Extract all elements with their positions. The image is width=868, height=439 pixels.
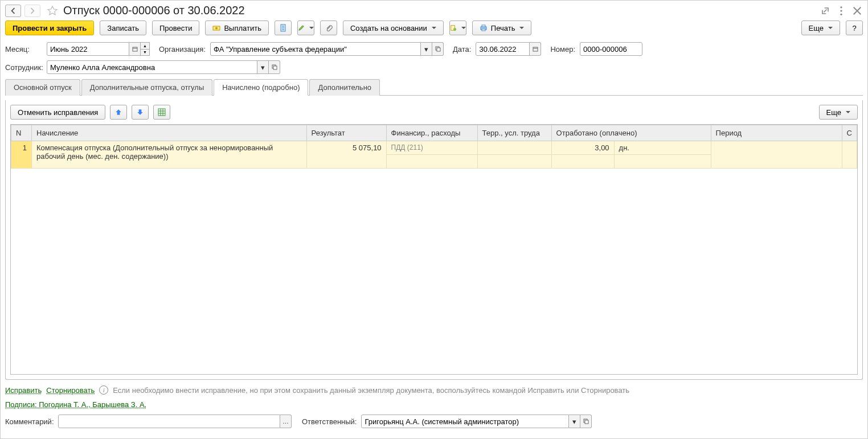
- fix-link[interactable]: Исправить: [5, 386, 42, 395]
- col-terr[interactable]: Терр., усл. труда: [477, 125, 551, 141]
- tab-additional-vacation[interactable]: Дополнительные отпуска, отгулы: [81, 79, 213, 96]
- cell-financing: ПДД (211): [386, 141, 477, 155]
- number-label: Номер:: [550, 45, 575, 54]
- stamp-icon-button[interactable]: [449, 20, 466, 35]
- cell-s: [842, 141, 857, 169]
- svg-point-2: [840, 13, 842, 15]
- arrow-up-icon: [114, 108, 122, 116]
- arrow-down-icon: [136, 108, 144, 116]
- cancel-corrections-button[interactable]: Отменить исправления: [10, 105, 105, 120]
- document-icon: [279, 24, 287, 32]
- back-button[interactable]: [5, 5, 21, 17]
- help-button[interactable]: ?: [846, 20, 863, 35]
- post-button[interactable]: Провести: [152, 20, 200, 35]
- pay-button[interactable]: Выплатить: [205, 20, 269, 35]
- tab-main-vacation[interactable]: Основной отпуск: [5, 79, 80, 96]
- svg-point-4: [215, 27, 218, 30]
- tab-additional[interactable]: Дополнительно: [309, 79, 380, 96]
- svg-rect-11: [133, 47, 137, 51]
- employee-input[interactable]: [47, 60, 257, 74]
- cell-result: 5 075,10: [306, 141, 386, 169]
- svg-rect-19: [585, 420, 588, 424]
- paperclip-icon: [325, 24, 333, 32]
- svg-rect-10: [482, 29, 485, 31]
- svg-rect-14: [533, 47, 538, 51]
- cell-terr-2: [477, 155, 551, 169]
- pencil-icon: [298, 24, 305, 32]
- star-icon[interactable]: [46, 5, 59, 17]
- correction-hint: Если необходимо внести исправление, но п…: [113, 386, 629, 395]
- document-icon-button[interactable]: [275, 20, 292, 35]
- svg-point-7: [453, 28, 456, 31]
- comment-label: Комментарий:: [5, 417, 54, 426]
- accruals-table[interactable]: N Начисление Результат Финансир., расход…: [11, 125, 857, 169]
- open-icon[interactable]: [580, 415, 592, 428]
- calendar-icon[interactable]: [129, 42, 141, 56]
- col-worked[interactable]: Отработано (оплачено): [551, 125, 711, 141]
- tab-accrued-detail[interactable]: Начислено (подробно): [214, 79, 308, 96]
- responsible-label: Ответственный:: [302, 417, 357, 426]
- columns-button[interactable]: [153, 105, 170, 120]
- close-icon[interactable]: [851, 5, 863, 17]
- cell-unit: дн.: [614, 141, 711, 155]
- page-title: Отпуск 0000-000006 от 30.06.2022: [63, 4, 245, 17]
- date-input[interactable]: [476, 42, 530, 56]
- table-icon: [158, 108, 166, 116]
- open-icon[interactable]: [432, 42, 444, 56]
- tab-more-button[interactable]: Еще: [819, 105, 858, 120]
- cell-row-number: 1: [11, 141, 32, 169]
- open-icon[interactable]: [269, 60, 280, 74]
- employee-label: Сотрудник:: [5, 63, 42, 72]
- reverse-link[interactable]: Сторнировать: [46, 386, 95, 395]
- print-button[interactable]: Печать: [472, 20, 532, 35]
- save-button[interactable]: Записать: [100, 20, 146, 35]
- signatures-link[interactable]: Подписи: Погодина Т. А., Барышева З. А.: [5, 400, 146, 409]
- stamp-icon: [450, 24, 457, 32]
- calendar-icon[interactable]: [530, 42, 541, 56]
- org-input[interactable]: [210, 42, 421, 56]
- forward-button[interactable]: [24, 5, 40, 17]
- month-input[interactable]: [47, 42, 129, 56]
- svg-rect-13: [437, 48, 440, 51]
- kebab-menu-icon[interactable]: [836, 5, 847, 17]
- svg-rect-16: [273, 66, 277, 69]
- move-down-button[interactable]: [132, 105, 149, 120]
- svg-point-1: [840, 10, 842, 11]
- col-s[interactable]: С: [842, 125, 857, 141]
- info-icon: i: [99, 385, 108, 395]
- chevron-down-icon[interactable]: ▾: [569, 415, 580, 428]
- cell-unit-2: [614, 155, 711, 169]
- number-input[interactable]: [580, 42, 642, 56]
- cell-worked: 3,00: [551, 141, 614, 155]
- col-accrual[interactable]: Начисление: [32, 125, 307, 141]
- move-up-button[interactable]: [110, 105, 127, 120]
- cell-financing-2: [386, 155, 477, 169]
- date-label: Дата:: [453, 45, 471, 54]
- more-button[interactable]: Еще: [801, 20, 840, 35]
- link-icon[interactable]: [820, 5, 831, 17]
- svg-rect-17: [158, 109, 165, 116]
- chevron-down-icon[interactable]: ▾: [421, 42, 432, 56]
- col-financing[interactable]: Финансир., расходы: [386, 125, 477, 141]
- month-label: Месяц:: [5, 45, 42, 54]
- col-n[interactable]: N: [11, 125, 32, 141]
- month-stepper[interactable]: ▲▼: [141, 42, 150, 56]
- attachment-button[interactable]: [320, 20, 337, 35]
- responsible-input[interactable]: [361, 415, 569, 428]
- post-and-close-button[interactable]: Провести и закрыть: [5, 20, 94, 35]
- create-based-button[interactable]: Создать на основании: [343, 20, 444, 35]
- col-period[interactable]: Период: [711, 125, 842, 141]
- money-icon: [212, 24, 220, 32]
- cell-period: [711, 141, 842, 169]
- comment-input[interactable]: [58, 415, 280, 428]
- org-label: Организация:: [159, 45, 206, 54]
- col-result[interactable]: Результат: [306, 125, 386, 141]
- svg-rect-9: [482, 25, 485, 27]
- ellipsis-icon[interactable]: …: [280, 415, 292, 428]
- chevron-down-icon[interactable]: ▾: [257, 60, 269, 74]
- cell-terr: [477, 141, 551, 155]
- svg-point-0: [840, 6, 842, 8]
- cell-worked-2: [551, 155, 614, 169]
- table-row[interactable]: 1 Компенсация отпуска (Дополнительный от…: [11, 141, 857, 155]
- edit-icon-button[interactable]: [297, 20, 314, 35]
